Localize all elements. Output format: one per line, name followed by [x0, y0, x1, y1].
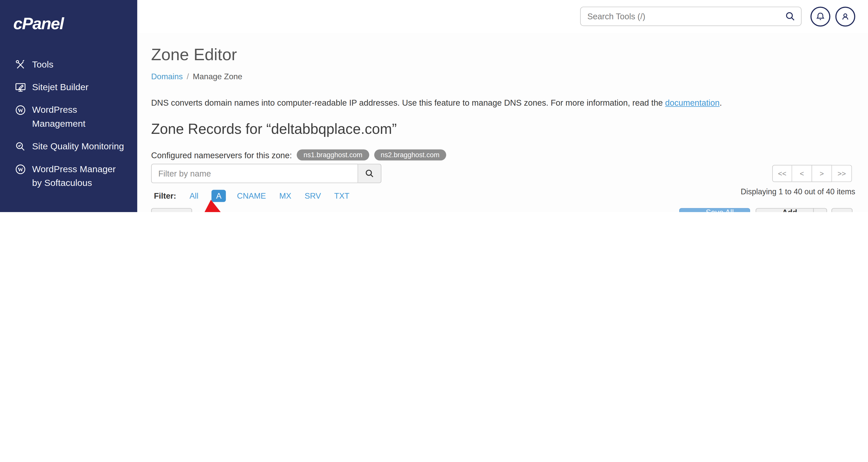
filter-type-row: Filter: All A CNAME MX SRV TXT: [154, 190, 363, 202]
user-icon: [840, 11, 851, 22]
filter-label: Filter:: [154, 192, 176, 200]
svg-text:W: W: [18, 107, 23, 113]
topbar: [137, 0, 868, 34]
sidebar-item-label: WordPress Management: [32, 103, 126, 131]
filter-option-mx[interactable]: MX: [279, 192, 291, 200]
user-menu-button[interactable]: [835, 7, 855, 26]
pagination: << < > >>: [772, 165, 852, 182]
search-icon: [785, 11, 795, 22]
sidebar-item-tools[interactable]: Tools: [0, 53, 137, 76]
filter-option-a-selected[interactable]: A: [212, 190, 226, 202]
pagination-last-button[interactable]: >>: [832, 165, 852, 182]
filter-by-name: [151, 164, 381, 183]
bell-icon: [815, 11, 826, 22]
svg-text:W: W: [18, 166, 23, 173]
sidebar-item-label: Tools: [32, 58, 53, 71]
main-content: Zone Editor Domains/Manage Zone DNS conv…: [137, 33, 868, 212]
pagination-next-button[interactable]: >: [812, 165, 832, 182]
tools-icon: [14, 59, 27, 71]
app-root: cPanel Tools Sitejet Builder W WordPress…: [0, 0, 868, 212]
sidebar-item-label: Sitejet Builder: [32, 80, 88, 94]
breadcrumb-separator: /: [187, 72, 189, 81]
nameservers-line: Configured nameservers for this zone: ns…: [151, 150, 446, 161]
cpanel-logo: cPanel: [13, 14, 137, 33]
sitejet-icon: [14, 81, 27, 94]
sidebar-item-wordpress-management[interactable]: W WordPress Management: [0, 99, 137, 135]
breadcrumb-domains-link[interactable]: Domains: [151, 72, 183, 81]
site-quality-icon: [14, 140, 27, 153]
add-record-dropdown-button[interactable]: ▾: [813, 208, 827, 212]
sidebar-item-site-quality-monitoring[interactable]: Site Quality Monitoring: [0, 135, 137, 158]
plus-icon: +: [760, 211, 765, 212]
sidebar-nav: Tools Sitejet Builder W WordPress Manage…: [0, 53, 137, 194]
wordpress-icon: W: [14, 104, 27, 116]
wordpress-icon: W: [14, 163, 27, 175]
filter-option-srv[interactable]: SRV: [305, 192, 321, 200]
search-icon: [365, 169, 374, 178]
tools-search: [580, 7, 801, 26]
breadcrumb-current: Manage Zone: [193, 72, 242, 81]
pagination-prev-button[interactable]: <: [792, 165, 812, 182]
filter-name-input[interactable]: [151, 164, 358, 183]
sidebar-item-sitejet-builder[interactable]: Sitejet Builder: [0, 76, 137, 98]
gear-icon: ⚙: [835, 211, 844, 212]
breadcrumb: Domains/Manage Zone: [151, 72, 242, 81]
sidebar-item-label: Site Quality Monitoring: [32, 139, 124, 153]
notifications-button[interactable]: [810, 7, 830, 26]
nameserver-badge: ns1.bragghost.com: [297, 150, 369, 161]
nameserver-badge: ns2.bragghost.com: [374, 150, 446, 161]
pagination-first-button[interactable]: <<: [772, 165, 792, 182]
documentation-link[interactable]: documentation: [665, 98, 720, 107]
pagination-status: Displaying 1 to 40 out of 40 items: [741, 187, 855, 196]
add-record-button[interactable]: + Add Record: [756, 208, 814, 212]
actions-dropdown-button[interactable]: Actions ▾: [151, 208, 192, 212]
nameservers-label: Configured nameservers for this zone:: [151, 150, 292, 160]
search-input[interactable]: [580, 7, 801, 26]
filter-option-all[interactable]: All: [190, 192, 198, 200]
zone-records-heading: Zone Records for “deltabbqplace.com”: [151, 121, 397, 138]
filter-option-cname[interactable]: CNAME: [237, 192, 266, 200]
page-description: DNS converts domain names into computer-…: [151, 98, 722, 107]
filter-option-txt[interactable]: TXT: [334, 192, 349, 200]
sidebar: cPanel Tools Sitejet Builder W WordPress…: [0, 0, 137, 212]
settings-dropdown-button[interactable]: ⚙ ▾: [831, 208, 852, 212]
sidebar-item-wordpress-manager[interactable]: W WordPress Manager by Softaculous: [0, 158, 137, 194]
save-all-records-button[interactable]: Save All Records: [679, 208, 750, 212]
page-title: Zone Editor: [151, 45, 237, 64]
filter-search-button[interactable]: [358, 164, 382, 183]
sidebar-item-label: WordPress Manager by Softaculous: [32, 162, 126, 190]
